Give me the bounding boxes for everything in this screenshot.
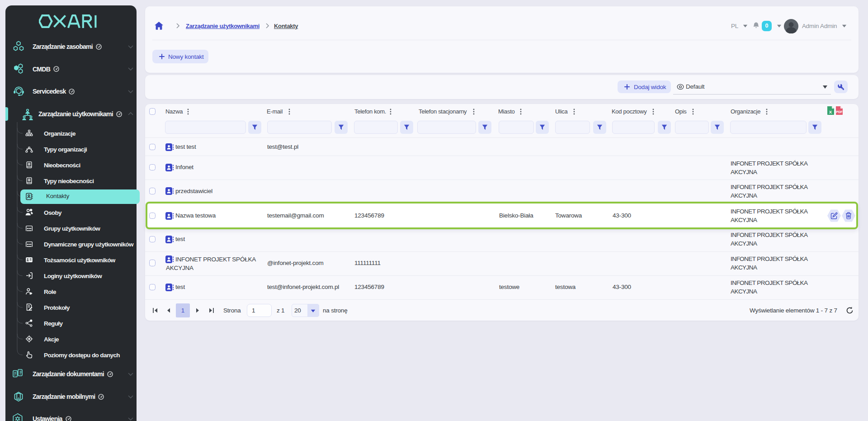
- svg-text:PDF: PDF: [836, 110, 843, 114]
- svg-text:X: X: [829, 109, 832, 114]
